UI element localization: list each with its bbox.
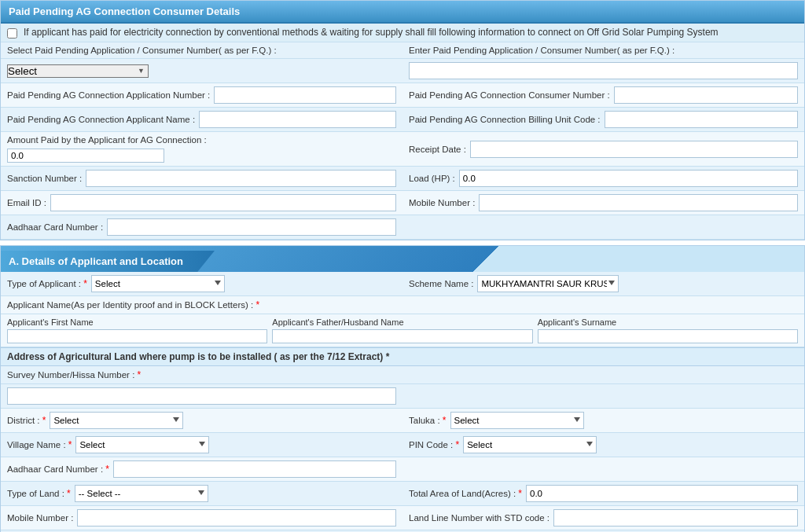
- total-area-input[interactable]: [526, 485, 798, 502]
- type-applicant-select[interactable]: Select: [91, 275, 225, 292]
- survey-input-empty: [402, 384, 804, 409]
- paid-pending-checkbox-label: If applicant has paid for electricity co…: [24, 27, 719, 38]
- survey-empty: [402, 366, 804, 384]
- mobile-a-label: Mobile Number :: [7, 513, 73, 523]
- consumer-number-input[interactable]: [614, 86, 798, 104]
- row-email-mobile: Email ID : Mobile Number :: [1, 191, 804, 215]
- mobile-a-input[interactable]: [77, 509, 396, 526]
- app-number-input[interactable]: [214, 86, 396, 104]
- total-area-cell: Total Area of Land(Acres) : *: [402, 482, 804, 506]
- sanction-number-label: Sanction Number :: [7, 174, 82, 183]
- consumer-number-cell: Paid Pending AG Connection Consumer Numb…: [402, 83, 804, 108]
- email-cell: Email ID :: [1, 191, 402, 215]
- row-name-inputs: Applicant's First Name Applicant's Fathe…: [1, 314, 804, 347]
- applicant-name-header-cell: Applicant Name(As per Identity proof and…: [1, 296, 804, 314]
- select-application-input-cell: Select: [1, 59, 402, 83]
- land-type-cell: Type of Land : * -- Select --: [1, 482, 402, 506]
- row-district-taluka: District : * Select Taluka : * Select: [1, 409, 804, 433]
- aadhaar-a-empty: [402, 457, 804, 482]
- survey-input[interactable]: [7, 387, 396, 405]
- survey-label-cell: Survey Number/Hissa Number : *: [1, 366, 402, 384]
- aadhaar-a-cell: Aadhaar Card Number : *: [1, 457, 402, 482]
- aadhaar-a-input[interactable]: [113, 460, 396, 478]
- paid-pending-checkbox[interactable]: [7, 28, 17, 39]
- enter-application-label: Enter Paid Pending Application / Consume…: [409, 46, 675, 55]
- row-applicant-scheme: Type of Applicant : * Select Scheme Name…: [1, 272, 804, 296]
- surname-input[interactable]: [538, 329, 798, 343]
- address-section-header: Address of Agricultural Land where pump …: [1, 347, 804, 366]
- applicant-name-cell: Paid Pending AG Connection Applicant Nam…: [1, 108, 402, 132]
- type-applicant-label: Type of Applicant : *: [7, 278, 87, 289]
- sanction-number-cell: Sanction Number :: [1, 167, 402, 191]
- load-label: Load (HP) :: [409, 174, 455, 183]
- amount-paid-cell: Amount Paid by the Applicant for AG Conn…: [1, 132, 402, 167]
- consumer-number-label: Paid Pending AG Connection Consumer Numb…: [409, 90, 610, 100]
- row-land-area: Type of Land : * -- Select -- Total Area…: [1, 482, 804, 506]
- aadhaar-empty-cell: [402, 215, 804, 240]
- landline-cell: Land Line Number with STD code :: [402, 506, 804, 530]
- row-select-enter-inputs: Select: [1, 59, 804, 83]
- aadhaar-input[interactable]: [107, 218, 396, 236]
- survey-label: Survey Number/Hissa Number : *: [7, 369, 141, 380]
- surname-group: Applicant's Surname: [538, 317, 798, 343]
- district-select[interactable]: Select: [50, 412, 183, 429]
- row-survey: Survey Number/Hissa Number : *: [1, 366, 804, 384]
- enter-application-input[interactable]: [409, 62, 798, 79]
- row-village-pin: Village Name : * Select PIN Code : * Sel…: [1, 433, 804, 457]
- taluka-cell: Taluka : * Select: [402, 409, 804, 433]
- receipt-date-label: Receipt Date :: [409, 145, 466, 154]
- village-cell: Village Name : * Select: [1, 433, 402, 457]
- row-applicant-name-label: Applicant Name(As per Identity proof and…: [1, 296, 804, 314]
- amount-paid-label: Amount Paid by the Applicant for AG Conn…: [7, 135, 207, 145]
- mobile-a-cell: Mobile Number :: [1, 506, 402, 530]
- email-input[interactable]: [50, 194, 396, 211]
- pin-cell: PIN Code : * Select: [402, 433, 804, 457]
- district-label: District : *: [7, 415, 46, 426]
- aadhaar-cell: Aadhaar Card Number :: [1, 215, 402, 240]
- paid-pending-header: Paid Pending AG Connection Consumer Deta…: [1, 1, 804, 24]
- applicant-name-label: Paid Pending AG Connection Applicant Nam…: [7, 115, 195, 124]
- surname-placeholder-label: Applicant's Surname: [538, 317, 798, 327]
- applicant-name-header: Applicant Name(As per Identity proof and…: [7, 299, 259, 310]
- pin-select[interactable]: Select: [463, 436, 597, 453]
- billing-unit-label: Paid Pending AG Connection Billing Unit …: [409, 115, 601, 124]
- row-app-consumer: Paid Pending AG Connection Application N…: [1, 83, 804, 108]
- taluka-select[interactable]: Select: [450, 412, 584, 429]
- row-amount-receipt: Amount Paid by the Applicant for AG Conn…: [1, 132, 804, 167]
- billing-unit-cell: Paid Pending AG Connection Billing Unit …: [402, 108, 804, 132]
- receipt-date-cell: Receipt Date :: [402, 132, 804, 167]
- landline-input[interactable]: [553, 509, 798, 526]
- billing-unit-input[interactable]: [605, 111, 798, 128]
- village-select[interactable]: Select: [75, 436, 209, 453]
- select-application-dropdown[interactable]: Select: [7, 64, 149, 78]
- row-aadhaar-a: Aadhaar Card Number : *: [1, 457, 804, 482]
- scheme-name-cell: Scheme Name : MUKHYAMANTRI SAUR KRUSHI F: [402, 272, 804, 296]
- amount-paid-input[interactable]: [7, 149, 164, 163]
- enter-application-cell: Enter Paid Pending Application / Consume…: [402, 42, 804, 59]
- select-application-cell: Select Paid Pending Application / Consum…: [1, 42, 402, 59]
- father-name-group: Applicant's Father/Husband Name: [272, 317, 532, 343]
- load-cell: Load (HP) :: [402, 167, 804, 191]
- name-inputs-cell: Applicant's First Name Applicant's Fathe…: [1, 314, 804, 347]
- mobile-input[interactable]: [479, 194, 798, 211]
- row-mobile-landline: Mobile Number : Land Line Number with ST…: [1, 506, 804, 530]
- father-name-input[interactable]: [272, 329, 532, 343]
- land-type-select[interactable]: -- Select --: [75, 485, 208, 502]
- enter-application-input-cell: [402, 59, 804, 83]
- receipt-date-input[interactable]: [470, 141, 798, 158]
- father-name-placeholder-label: Applicant's Father/Husband Name: [272, 317, 532, 327]
- landline-label: Land Line Number with STD code :: [409, 513, 550, 523]
- load-input[interactable]: [459, 170, 798, 187]
- sanction-number-input[interactable]: [86, 170, 396, 187]
- aadhaar-a-label: Aadhaar Card Number : *: [7, 464, 109, 475]
- paid-pending-section: Paid Pending AG Connection Consumer Deta…: [0, 0, 805, 240]
- first-name-input[interactable]: [7, 329, 267, 343]
- total-area-label: Total Area of Land(Acres) : *: [409, 488, 522, 499]
- aadhaar-label: Aadhaar Card Number :: [7, 222, 103, 232]
- mobile-cell: Mobile Number :: [402, 191, 804, 215]
- app-number-label: Paid Pending AG Connection Application N…: [7, 90, 210, 100]
- scheme-name-select[interactable]: MUKHYAMANTRI SAUR KRUSHI F: [477, 275, 619, 292]
- row-sanction-load: Sanction Number : Load (HP) :: [1, 167, 804, 191]
- applicant-name-input[interactable]: [199, 111, 396, 128]
- row-aadhaar: Aadhaar Card Number :: [1, 215, 804, 240]
